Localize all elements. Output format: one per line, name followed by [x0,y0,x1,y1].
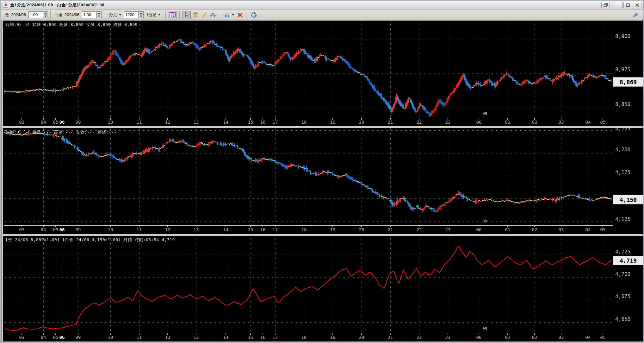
date-marker: 09 [482,111,487,116]
y-axis-tick-label: 8,900 [615,33,630,39]
spread-time-axis: 0304050609101112131415161718192021222300… [4,334,613,341]
wrench-icon[interactable] [632,11,640,19]
toolbar-separator [179,11,180,19]
platinum-ohlc-readout: 時刻:05:54 始値:--- 高値:--- 安値:--- 終値:--- [5,129,117,135]
gold-ratio-input[interactable] [29,12,43,18]
x-axis-tick-label: 12 [165,335,170,340]
platinum-ratio-input[interactable] [82,12,96,18]
pan-hand-button[interactable] [191,11,200,19]
platinum-ratio-spinner[interactable] [82,11,102,18]
bar-chart-remove-button[interactable] [236,11,244,19]
x-axis-tick-label: 16 [260,335,266,340]
toolbar-separator [104,11,104,19]
app-icon [3,3,8,8]
x-axis-tick-label: 20 [359,227,364,232]
last-price-box: 8,869 [613,77,644,87]
x-axis-tick-label: 00 [476,120,482,125]
spread-line-plot[interactable] [4,236,613,333]
x-axis-tick-label: 04 [41,120,46,125]
platinum-ratio-up-button[interactable] [96,12,101,15]
x-axis-tick-label: 04 [585,227,591,232]
y-axis-tick-label: 4,650 [615,316,630,322]
pencil-button[interactable] [200,11,208,19]
x-axis-tick-label: 03 [19,120,25,125]
x-axis-tick-label: 01 [505,120,511,125]
close-button[interactable] [633,2,641,8]
x-axis-tick-label: 17 [273,227,278,232]
platinum-candlestick-plot[interactable] [4,128,613,226]
chevron-down-icon[interactable] [232,14,234,16]
gold-ratio-down-button[interactable] [43,15,48,18]
x-axis-tick-label: 00 [476,335,482,340]
bar-count-input[interactable] [124,12,138,18]
x-axis-tick-label: 16 [260,120,266,125]
bar-chart-button[interactable] [223,11,231,19]
minimize-button[interactable] [614,2,622,8]
y-axis-tick-label: 8,850 [615,101,630,107]
x-axis-tick-label: 01 [505,227,511,232]
x-axis-tick-label: 05 [600,227,606,232]
x-axis-tick-label: 22 [417,335,422,340]
x-axis-tick-label: 20 [359,120,364,125]
x-axis-tick-label: 15 [248,227,253,232]
x-axis-tick-label: 03 [559,120,564,125]
x-axis-tick-label: 17 [273,335,278,340]
x-axis-tick-label: 14 [223,227,229,232]
y-axis-tick-label: 4,675 [615,293,630,299]
x-axis-tick-label: 04 [41,227,46,232]
x-axis-tick-label: 09 [76,335,81,340]
x-axis-tick-label: 23 [445,335,451,340]
gold-label: 金 [5,12,9,18]
gold-contract-month[interactable]: 2024/06 [11,12,26,17]
y-axis-tick-label: 4,725 [615,249,630,255]
x-axis-tick-label: 21 [388,335,393,340]
bar-count-spinner[interactable] [124,11,144,18]
date-marker: 09 [482,326,487,331]
toolbar-separator [50,11,51,19]
x-axis-tick-label: 18 [301,335,307,340]
maximize-button[interactable] [623,2,632,8]
x-axis-tick-label: 14 [223,335,229,340]
x-axis-tick-label: 09 [76,227,81,232]
interval-type-label: 分足 [109,12,117,18]
x-axis-tick-label: 23 [445,227,451,232]
y-axis-tick-label: 8,875 [615,66,630,72]
platinum-contract-month[interactable]: 2024/06 [65,12,79,17]
windows-icon[interactable] [601,2,610,8]
bar-count-up-button[interactable] [139,12,143,15]
gold-ratio-spinner[interactable] [28,11,48,18]
x-axis-tick-label: 14 [223,120,229,125]
spread-chart-panel: [金 24/06 8,869×1.00]-[白金 24/06 4,150×1.0… [3,236,644,341]
toolbar-separator [165,11,166,19]
x-axis-tick-label: 17 [273,120,278,125]
gold-candlestick-plot[interactable] [4,21,613,118]
toolbar-separator [220,11,220,19]
select-cursor-button[interactable] [183,11,191,19]
toolbar: 金 2024/06 白金 2024/06 分足 [1,10,643,20]
x-axis-tick-label: 13 [194,227,199,232]
platinum-ratio-down-button[interactable] [96,15,101,18]
x-axis-tick-label: 13 [194,335,199,340]
chart-area: 時刻:05:54 始値:8,869 高値:8,869 安値:8,869 終値:8… [1,20,643,342]
marker-crosshair-button[interactable] [209,11,217,19]
platinum-chart-panel: 時刻:05:54 始値:--- 高値:--- 安値:--- 終値:--- 030… [3,128,644,234]
platinum-label: 白金 [54,12,63,18]
x-axis-tick-label: 18 [301,120,307,125]
x-axis-tick-label: 12 [165,227,170,232]
y-axis-tick-label: 4,175 [615,169,630,175]
x-axis-tick-label: 21 [388,227,393,232]
x-axis-tick-label: 03 [559,227,564,232]
chart-cursor-settings-button[interactable] [169,11,177,19]
titlebar[interactable]: 金1分足[2024/06]1.00 - 白金1分足[2024/06]1.00 [1,1,643,9]
refresh-button[interactable]: R [250,11,258,19]
x-axis-tick-label: 15 [248,120,253,125]
x-axis-tick-label: 03 [559,335,564,340]
timeframe-dropdown[interactable]: 1分足 [146,12,161,18]
y-axis-tick-label: 4,125 [615,216,630,222]
gold-ratio-up-button[interactable] [43,12,48,15]
interval-type-dropdown[interactable]: 分足 [109,12,121,18]
x-axis-tick-label: 18 [301,227,307,232]
x-axis-tick-label: 12 [165,120,170,125]
gold-chart-panel: 時刻:05:54 始値:8,869 高値:8,869 安値:8,869 終値:8… [3,21,644,126]
bar-count-down-button[interactable] [139,15,143,18]
